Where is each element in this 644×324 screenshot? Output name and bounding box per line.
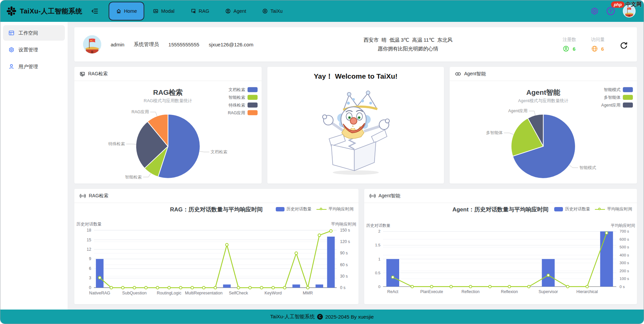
- right-tick-label: 120 s: [340, 239, 350, 244]
- line-marker[interactable]: [110, 286, 113, 289]
- line-marker[interactable]: [121, 286, 124, 289]
- line-marker[interactable]: [226, 243, 228, 246]
- legend-label: 平均响应时间: [607, 206, 632, 212]
- legend-swatch[interactable]: [248, 95, 258, 100]
- php-badge: php: [611, 1, 624, 8]
- welcome-title: Yay！ Welcome to TaiXu!: [314, 72, 397, 81]
- chart-legend: 历史对话数量 平均响应时间: [554, 206, 632, 212]
- right-tick-label: 600 s: [619, 237, 629, 241]
- line-marker[interactable]: [605, 232, 608, 234]
- line-marker[interactable]: [237, 286, 240, 289]
- rag-pie-chart: RAG检索RAG模式与应用数量统计文档检索智能检索特殊检索RAG应用文档检索智能…: [74, 81, 262, 184]
- profile-summary: admin 系统管理员 15555555555 sjxue126@126.com: [83, 35, 253, 53]
- category-label: Reflection: [461, 289, 480, 294]
- category-label: MMR: [303, 291, 313, 295]
- line-marker[interactable]: [566, 285, 569, 288]
- bar[interactable]: [600, 232, 613, 287]
- line-marker[interactable]: [260, 286, 263, 289]
- line-marker[interactable]: [489, 285, 491, 288]
- line-marker[interactable]: [191, 286, 193, 289]
- line-swatch: [595, 207, 605, 212]
- line-marker[interactable]: [272, 286, 274, 289]
- legend-swatch[interactable]: [248, 110, 258, 115]
- line-marker[interactable]: [306, 286, 309, 289]
- right-axis-name: 平均响应时间: [611, 223, 635, 228]
- rag-combo-chart-area: 历史对话数量平均响应时间0 s30 s60 s90 s120 s150 s036…: [74, 217, 358, 304]
- line-marker[interactable]: [202, 286, 205, 289]
- tab-rag[interactable]: RAG: [183, 2, 217, 21]
- bar[interactable]: [96, 259, 104, 287]
- line-marker[interactable]: [330, 230, 332, 232]
- bar[interactable]: [542, 259, 555, 287]
- tab-label: Home: [124, 8, 137, 14]
- line-marker[interactable]: [156, 286, 159, 289]
- agent-combo-chart: 历史对话数量平均响应时间0 s100 s200 s300 s400 s500 s…: [364, 217, 637, 304]
- tab-agent[interactable]: Agent: [218, 2, 254, 21]
- line-marker[interactable]: [508, 285, 510, 288]
- right-tick-label: 0 s: [340, 285, 345, 290]
- line-marker[interactable]: [469, 285, 472, 288]
- bar[interactable]: [386, 259, 399, 287]
- bar[interactable]: [315, 284, 323, 287]
- help-icon[interactable]: ?: [607, 7, 615, 15]
- left-tick-label: 0: [378, 285, 380, 289]
- legend-label: 文档检索: [228, 87, 245, 92]
- profile-email: sjxue126@126.com: [209, 42, 254, 47]
- sidebar-fold-icon[interactable]: [91, 7, 99, 15]
- legend-line-series[interactable]: 平均响应时间: [316, 206, 354, 212]
- line-marker[interactable]: [98, 276, 101, 279]
- line-marker[interactable]: [249, 286, 251, 289]
- category-label: MultiRepresentation: [185, 291, 223, 295]
- taixu-icon: [262, 8, 268, 14]
- sidebar-item-settings[interactable]: 设置管理: [3, 42, 65, 57]
- bar[interactable]: [293, 284, 300, 287]
- line-marker[interactable]: [586, 285, 589, 288]
- line-marker[interactable]: [527, 285, 530, 288]
- legend-swatch[interactable]: [248, 87, 258, 92]
- legend-line-series[interactable]: 平均响应时间: [595, 206, 632, 212]
- pie-label-line: [200, 151, 210, 152]
- tab-modal[interactable]: Modal: [146, 2, 182, 21]
- line-marker[interactable]: [145, 286, 147, 289]
- line-marker[interactable]: [318, 234, 321, 237]
- line-marker[interactable]: [133, 286, 136, 289]
- legend-swatch[interactable]: [248, 103, 258, 108]
- card-agent-pie: Agent智能 Agent智能Agent模式与应用数量统计智能模式多智能体Age…: [450, 67, 637, 184]
- line-marker[interactable]: [430, 285, 433, 288]
- site-watermark: php 中文网: [611, 1, 642, 8]
- footer-range: 2025-2045 By xuesjie: [325, 314, 374, 320]
- pie-title: Agent智能: [526, 88, 560, 96]
- right-axis-name: 平均响应时间: [331, 222, 356, 227]
- settings-icon: [8, 47, 14, 53]
- bar-swatch: [554, 207, 563, 211]
- line-marker[interactable]: [411, 285, 413, 288]
- line-marker[interactable]: [391, 276, 394, 279]
- line-marker[interactable]: [179, 286, 182, 289]
- line-marker[interactable]: [450, 285, 452, 288]
- legend-bar-series[interactable]: 历史对话数量: [276, 206, 312, 212]
- line-marker[interactable]: [214, 286, 217, 289]
- line-marker[interactable]: [283, 286, 286, 289]
- sidebar-item-workspace[interactable]: 工作空间: [3, 25, 65, 41]
- legend-swatch[interactable]: [623, 95, 633, 100]
- card-welcome: Yay！ Welcome to TaiXu!: [267, 67, 444, 184]
- settings-gear-icon[interactable]: [591, 7, 599, 15]
- bar[interactable]: [223, 284, 231, 287]
- tab-home[interactable]: Home: [109, 2, 145, 21]
- pie-label-line: [150, 112, 157, 116]
- line-marker[interactable]: [168, 286, 171, 289]
- line-marker[interactable]: [295, 252, 298, 254]
- bar[interactable]: [327, 237, 335, 288]
- sidebar-item-label: 用户管理: [18, 64, 38, 70]
- legend-swatch[interactable]: [623, 87, 633, 92]
- legend-label: 智能模式: [604, 87, 621, 92]
- legend-bar-series[interactable]: 历史对话数量: [554, 206, 590, 212]
- legend-swatch[interactable]: [623, 103, 633, 108]
- tab-taixu[interactable]: TaiXu: [255, 2, 290, 21]
- clown-in-box-illustration: [305, 82, 406, 175]
- line-marker[interactable]: [547, 274, 550, 277]
- refresh-icon[interactable]: [619, 41, 628, 51]
- card-title: RAG检索: [89, 193, 108, 199]
- sidebar-item-users[interactable]: 用户管理: [3, 59, 65, 74]
- pie-label: 智能检索: [125, 175, 142, 179]
